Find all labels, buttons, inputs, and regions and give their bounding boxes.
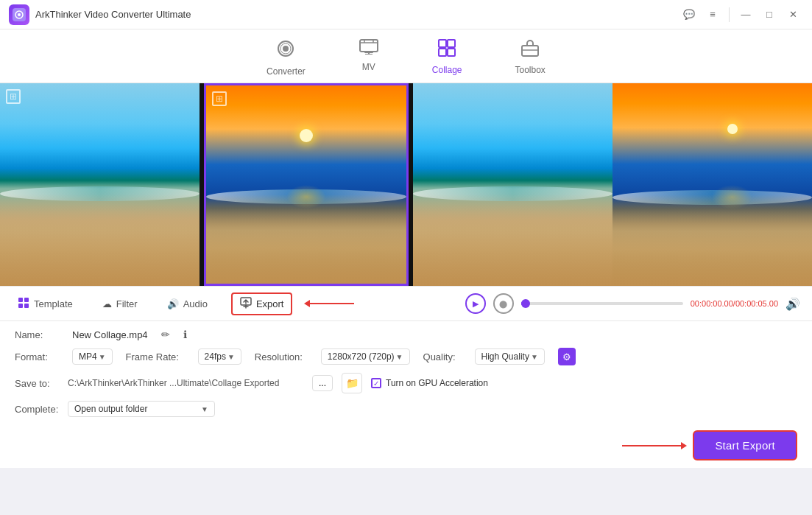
sun-2 — [300, 129, 313, 142]
complete-value: Open output folder — [74, 404, 147, 414]
format-row: Format: MP4 ▼ Frame Rate: 24fps ▼ Resolu… — [15, 348, 797, 365]
play-button[interactable]: ▶ — [465, 293, 486, 314]
edit-icon[interactable]: ✏ — [161, 329, 170, 340]
quality-select[interactable]: High Quality ▼ — [475, 348, 545, 365]
progress-track[interactable] — [521, 302, 683, 305]
sun-4 — [727, 124, 738, 134]
template-icon — [18, 297, 29, 311]
toolbox-icon — [520, 38, 540, 62]
quality-value: High Quality — [481, 351, 529, 362]
preview-panel-2: ⊞ — [204, 83, 408, 286]
svg-rect-10 — [439, 40, 446, 47]
save-to-label: Save to: — [15, 378, 59, 389]
start-export-area: Start Export — [0, 424, 812, 468]
nav-toolbox[interactable]: Toolbox — [504, 35, 557, 80]
browse-button[interactable]: ... — [312, 375, 333, 391]
titlebar: ArkThinker Video Converter Ultimate 💬 ≡ … — [0, 0, 812, 29]
minimize-button[interactable]: — — [735, 4, 756, 25]
beach-image-4 — [612, 83, 812, 286]
collage-icon — [437, 38, 456, 62]
nav-mv-label: MV — [362, 62, 375, 72]
browse-dots: ... — [319, 378, 326, 388]
resolution-select[interactable]: 1280x720 (720p) ▼ — [321, 348, 410, 365]
svg-rect-19 — [24, 304, 29, 308]
name-row: Name: New Collage.mp4 ✏ ℹ — [15, 329, 797, 340]
open-folder-button[interactable]: 📁 — [342, 373, 362, 393]
waves-1 — [0, 186, 200, 201]
title-separator — [729, 7, 730, 22]
svg-point-4 — [283, 46, 289, 52]
preview-area: ⊞ ⊞ — [0, 83, 812, 286]
quality-arrow-icon: ▼ — [531, 353, 538, 361]
window-controls: 💬 ≡ — □ ✕ — [679, 4, 803, 25]
nav-collage[interactable]: Collage — [420, 35, 474, 80]
beach-image-3 — [413, 83, 612, 286]
toolbar: Template ☁ Filter 🔊 Audio Export — [0, 286, 812, 321]
complete-select[interactable]: Open output folder ▼ — [68, 401, 215, 417]
preview-panel-3 — [413, 83, 612, 286]
audio-icon: 🔊 — [167, 298, 179, 309]
divider-1[interactable] — [200, 83, 204, 286]
svg-rect-11 — [448, 40, 455, 47]
settings-area: Name: New Collage.mp4 ✏ ℹ Format: MP4 ▼ … — [0, 321, 812, 424]
beach-image-2 — [206, 85, 406, 284]
app-title: ArkThinker Video Converter Ultimate — [35, 9, 191, 20]
info-icon[interactable]: ℹ — [183, 329, 187, 340]
playback-controls: ▶ ⬤ 00:00:00.00/00:00:05.00 🔊 — [465, 293, 800, 314]
divider-2[interactable] — [409, 83, 413, 286]
quality-settings-button[interactable]: ⚙ — [558, 348, 576, 365]
svg-rect-13 — [448, 49, 455, 56]
resolution-value: 1280x720 (720p) — [328, 351, 395, 362]
progress-thumb — [521, 299, 530, 308]
framerate-select[interactable]: 24fps ▼ — [198, 348, 241, 365]
audio-label: Audio — [183, 298, 208, 309]
svg-rect-17 — [24, 298, 29, 302]
filter-button[interactable]: ☁ Filter — [96, 295, 144, 312]
audio-button[interactable]: 🔊 Audio — [161, 295, 213, 312]
template-button[interactable]: Template — [12, 294, 79, 314]
menu-button[interactable]: ≡ — [702, 4, 723, 25]
chat-button[interactable]: 💬 — [679, 4, 699, 25]
filter-icon: ☁ — [102, 298, 112, 309]
name-value: New Collage.mp4 — [72, 329, 148, 340]
gpu-label: Turn on GPU Acceleration — [386, 378, 488, 388]
stop-button[interactable]: ⬤ — [493, 293, 514, 314]
resolution-arrow-icon: ▼ — [396, 353, 403, 361]
time-display: 00:00:00.00/00:00:05.00 — [691, 299, 778, 308]
svg-rect-7 — [364, 51, 373, 53]
save-row: Save to: C:\ArkThinker\ArkThinker ...Ult… — [15, 373, 797, 393]
export-label: Export — [256, 298, 284, 309]
template-label: Template — [34, 298, 73, 309]
maximize-button[interactable]: □ — [759, 4, 780, 25]
converter-icon — [275, 38, 296, 63]
name-label: Name: — [15, 329, 59, 340]
preview-panel-4 — [612, 83, 812, 286]
svg-rect-18 — [18, 304, 23, 308]
svg-point-2 — [18, 13, 21, 16]
nav-converter[interactable]: Converter — [255, 35, 317, 80]
close-button[interactable]: ✕ — [783, 4, 803, 25]
add-media-icon-2[interactable]: ⊞ — [212, 91, 227, 106]
format-arrow-icon: ▼ — [99, 353, 106, 361]
nav-mv[interactable]: MV — [347, 35, 391, 80]
navigation: Converter MV Collage — [0, 29, 812, 83]
volume-icon[interactable]: 🔊 — [785, 297, 800, 311]
quality-label: Quality: — [423, 351, 462, 362]
beach-image-1 — [0, 83, 200, 286]
gpu-checkbox[interactable]: ✓ — [371, 378, 381, 388]
resolution-label: Resolution: — [255, 351, 308, 362]
format-label: Format: — [15, 351, 59, 362]
export-button[interactable]: Export — [231, 292, 293, 315]
start-export-button[interactable]: Start Export — [693, 430, 797, 460]
mv-icon — [359, 38, 379, 59]
gpu-acceleration-toggle[interactable]: ✓ Turn on GPU Acceleration — [371, 378, 488, 388]
format-value: MP4 — [79, 351, 97, 362]
filter-label: Filter — [116, 298, 138, 309]
add-media-icon-1[interactable]: ⊞ — [6, 89, 21, 104]
svg-rect-14 — [522, 46, 538, 56]
save-path: C:\ArkThinker\ArkThinker ...Ultimate\Col… — [68, 378, 303, 388]
complete-arrow-icon: ▼ — [201, 405, 208, 413]
app-logo — [9, 4, 29, 25]
svg-rect-6 — [360, 40, 378, 52]
format-select[interactable]: MP4 ▼ — [72, 348, 113, 365]
